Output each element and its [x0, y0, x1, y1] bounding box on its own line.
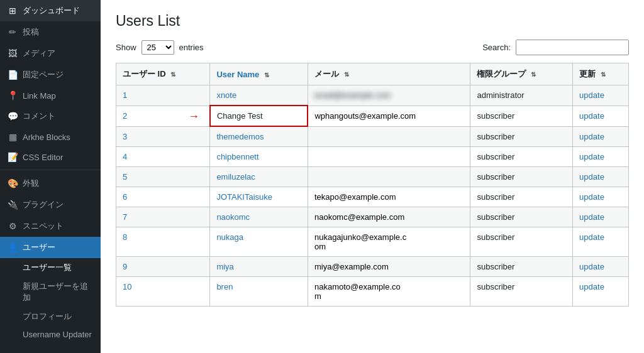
username-link[interactable]: xnote [216, 90, 236, 100]
update-link[interactable]: update [579, 152, 604, 161]
sidebar-item-pages[interactable]: 📄 固定ページ [0, 64, 101, 85]
cell-update: update [573, 257, 629, 277]
media-icon: 🖼 [8, 48, 18, 58]
email-text: email@example.com [314, 90, 391, 100]
email-text: miya@example.com [314, 262, 389, 271]
cell-role: subscriber [470, 187, 573, 207]
user-id-link[interactable]: 8 [123, 232, 127, 242]
sidebar-item-posts[interactable]: ✏ 投稿 [0, 21, 101, 43]
col-header-role[interactable]: 権限グループ ⇅ [470, 63, 573, 85]
sidebar-item-comments[interactable]: 💬 コメント [0, 106, 101, 127]
update-link[interactable]: update [579, 232, 604, 242]
user-id-link[interactable]: 10 [123, 282, 131, 291]
role-text: subscriber [477, 192, 514, 202]
user-id-link[interactable]: 5 [123, 172, 127, 182]
update-link[interactable]: update [579, 212, 604, 222]
sidebar-sub-label: プロフィール [23, 312, 72, 321]
sidebar-item-media[interactable]: 🖼 メディア [0, 43, 101, 64]
sidebar-item-snippets[interactable]: ⚙ スニペット [0, 215, 101, 237]
col-header-update-label: 更新 [579, 69, 596, 79]
user-id-link[interactable]: 4 [123, 152, 127, 161]
sidebar-sub-profile[interactable]: プロフィール [0, 307, 101, 326]
sidebar-item-dashboard[interactable]: ⊞ ダッシュボード [0, 0, 101, 21]
update-link[interactable]: update [579, 192, 604, 202]
cell-update: update [573, 277, 629, 307]
role-text: subscriber [477, 172, 514, 182]
username-link[interactable]: miya [216, 262, 233, 271]
sidebar-item-label: CSS Editor [23, 153, 63, 162]
username-link[interactable]: bren [216, 282, 233, 291]
sidebar-item-appearance[interactable]: 🎨 外観 [0, 173, 101, 194]
cell-update: update [573, 106, 629, 126]
username-link[interactable]: emiluzelac [216, 172, 255, 182]
sidebar-item-linkmap[interactable]: 📍 Link Map [0, 85, 101, 106]
cell-username: emiluzelac [210, 167, 308, 187]
main-content: Users List Show 25 10 50 100 entries Sea… [101, 0, 644, 353]
user-id-link[interactable]: 6 [123, 192, 127, 202]
role-text: subscriber [477, 232, 514, 242]
cell-user-id: 9 [116, 257, 210, 277]
col-header-user-id-label: ユーザー ID [123, 69, 166, 79]
col-header-email[interactable]: メール ⇅ [308, 63, 470, 85]
update-link[interactable]: update [579, 172, 604, 182]
sidebar-sub-users-list[interactable]: ユーザー一覧 [0, 258, 101, 277]
update-link[interactable]: update [579, 132, 604, 141]
cell-update: update [573, 167, 629, 187]
cell-username: themedemos [210, 126, 308, 147]
cell-update: update [573, 126, 629, 147]
cell-username: →Change Test [210, 106, 308, 126]
dashboard-icon: ⊞ [8, 6, 18, 16]
role-text: subscriber [477, 111, 514, 121]
user-id-link[interactable]: 1 [123, 90, 127, 100]
cell-update: update [573, 147, 629, 167]
cell-username: nukaga [210, 227, 308, 257]
sidebar-item-css[interactable]: 📝 CSS Editor [0, 147, 101, 167]
sidebar-item-plugins[interactable]: 🔌 プラグイン [0, 194, 101, 215]
user-id-link[interactable]: 7 [123, 212, 127, 222]
update-link[interactable]: update [579, 90, 604, 100]
col-header-update[interactable]: 更新 ⇅ [573, 63, 629, 85]
sidebar-sub-add-user[interactable]: 新規ユーザーを追加 [0, 277, 101, 307]
user-id-link[interactable]: 3 [123, 132, 127, 141]
cell-update: update [573, 187, 629, 207]
sidebar-sub-username-updater[interactable]: Username Updater [0, 326, 101, 343]
cell-user-id: 7 [116, 207, 210, 227]
search-input[interactable] [516, 40, 629, 55]
sidebar-item-users[interactable]: 👤 ユーザー [0, 237, 101, 258]
search-area: Search: [482, 40, 629, 55]
show-entries-select[interactable]: 25 10 50 100 [142, 40, 174, 55]
snippets-icon: ⚙ [8, 221, 18, 231]
cell-role: subscriber [470, 126, 573, 147]
user-id-link[interactable]: 9 [123, 262, 127, 271]
role-text: subscriber [477, 152, 514, 161]
arrow-icon: → [188, 109, 199, 122]
update-link[interactable]: update [579, 282, 604, 291]
role-text: subscriber [477, 262, 514, 271]
col-header-user-id[interactable]: ユーザー ID ⇅ [116, 63, 210, 85]
plugins-icon: 🔌 [8, 200, 18, 210]
username-link[interactable]: themedemos [216, 132, 264, 141]
sidebar-item-arkhe[interactable]: ▦ Arkhe Blocks [0, 127, 101, 147]
update-link[interactable]: update [579, 111, 604, 121]
css-icon: 📝 [8, 152, 18, 162]
username-link[interactable]: JOTAKITaisuke [216, 192, 272, 202]
table-row: 10brennakamoto@example.comsubscriberupda… [116, 277, 629, 307]
username-link[interactable]: chipbennett [216, 152, 258, 161]
role-text: administrator [477, 90, 524, 100]
sidebar-item-label: Arkhe Blocks [23, 133, 70, 142]
cell-user-id: 8 [116, 227, 210, 257]
update-link[interactable]: update [579, 262, 604, 271]
cell-update: update [573, 85, 629, 106]
cell-role: subscriber [470, 106, 573, 126]
username-link[interactable]: naokomc [216, 212, 250, 222]
table-row: 7naokomcnaokomc@example.comsubscriberupd… [116, 207, 629, 227]
user-id-link[interactable]: 2 [123, 111, 127, 121]
email-text: naokomc@example.com [314, 212, 404, 222]
cell-email: wphangouts@example.com [308, 106, 470, 126]
email-text: tekapo@example.com [314, 192, 396, 202]
cell-username: chipbennett [210, 147, 308, 167]
sidebar-item-label: ユーザー [23, 242, 55, 253]
col-header-username[interactable]: User Name ⇅ [210, 63, 308, 85]
username-link[interactable]: nukaga [216, 232, 243, 242]
username-link[interactable]: Change Test [217, 111, 263, 121]
